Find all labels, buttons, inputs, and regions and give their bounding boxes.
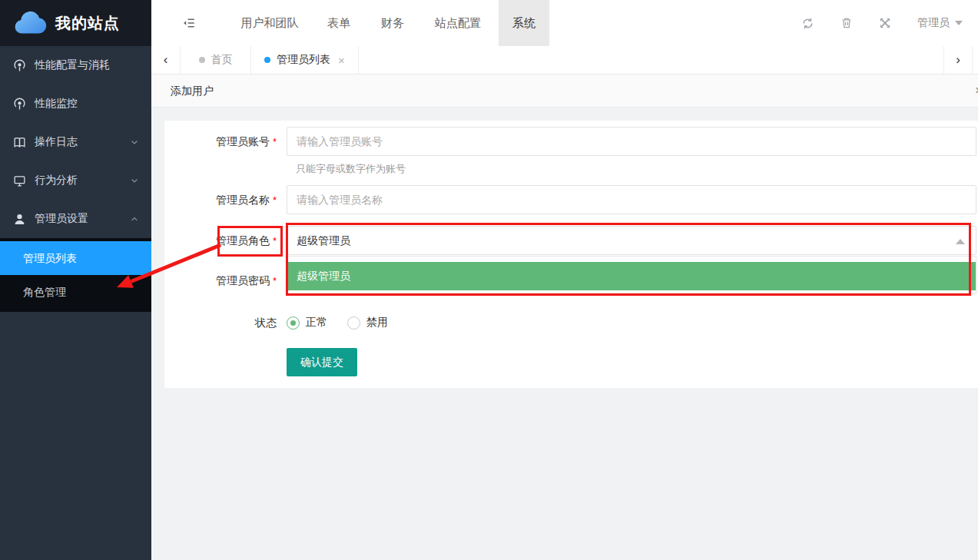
required-mark: * — [273, 136, 277, 147]
account-helper-text: 只能字母或数字作为账号 — [296, 162, 406, 176]
cloud-logo-icon — [11, 10, 48, 36]
topnav-system[interactable]: 系统 — [499, 0, 549, 46]
book-icon — [13, 136, 26, 149]
tab-home[interactable]: 首页 — [181, 46, 251, 74]
chevron-down-icon — [130, 138, 139, 147]
sidebar-subitem-role-management[interactable]: 角色管理 — [0, 275, 151, 309]
sidebar-item-admin-settings[interactable]: 管理员设置 — [0, 200, 151, 238]
panel-header: 添加用户 × — [151, 75, 978, 108]
account-label: 管理员账号* — [164, 127, 277, 156]
user-menu[interactable]: 管理员 — [917, 16, 963, 30]
role-select-value: 超级管理员 — [297, 234, 350, 247]
radio-disabled-label: 禁用 — [366, 316, 388, 330]
topnav-finance[interactable]: 财务 — [368, 0, 417, 46]
sidebar-collapse-icon[interactable] — [182, 16, 196, 30]
account-input[interactable] — [287, 127, 976, 156]
submit-button[interactable]: 确认提交 — [287, 348, 357, 376]
add-user-form-card: 管理员账号* 只能字母或数字作为账号 管理员名称* 管理员角色* 超级管理员 超… — [164, 121, 978, 388]
sidebar-item-label: 行为分析 — [35, 174, 78, 187]
sidebar: 我的站点 性能配置与消耗 性能监控 — [0, 0, 151, 560]
panel-title: 添加用户 — [171, 84, 214, 97]
topbar-actions: 管理员 — [801, 0, 963, 46]
topbar: 用户和团队 表单 财务 站点配置 系统 — [151, 0, 978, 46]
role-select[interactable]: 超级管理员 — [287, 226, 976, 255]
radio-normal-label: 正常 — [306, 316, 327, 330]
tab-admin-list[interactable]: 管理员列表 × — [251, 46, 359, 74]
sidebar-item-performance-config[interactable]: 性能配置与消耗 — [0, 46, 151, 84]
name-input[interactable] — [287, 185, 976, 214]
brand-title: 我的站点 — [55, 13, 120, 34]
monitor-icon — [13, 174, 26, 187]
sidebar-item-performance-monitor[interactable]: 性能监控 — [0, 84, 151, 123]
chevron-up-icon — [956, 239, 965, 244]
chevron-down-icon — [130, 176, 139, 185]
panel-close-icon[interactable]: × — [975, 75, 978, 107]
sidebar-subitem-admin-list[interactable]: 管理员列表 — [0, 241, 151, 275]
chevron-up-icon — [130, 214, 139, 224]
topnav-forms[interactable]: 表单 — [314, 0, 363, 46]
required-mark: * — [273, 275, 277, 287]
radio-disabled[interactable] — [347, 316, 360, 330]
signal-icon — [13, 59, 26, 72]
role-option-super-admin[interactable]: 超级管理员 — [287, 262, 976, 290]
tab-label: 管理员列表 — [277, 53, 330, 67]
brand-logo: 我的站点 — [0, 0, 151, 46]
name-label: 管理员名称* — [164, 185, 277, 214]
tab-close-icon[interactable]: × — [338, 54, 345, 67]
sidebar-item-behavior-analysis[interactable]: 行为分析 — [0, 161, 151, 200]
tabs-scroll-left-icon[interactable]: ‹ — [151, 46, 181, 74]
status-radio-group: 正常 禁用 — [287, 310, 388, 336]
sidebar-item-label: 管理员设置 — [35, 212, 88, 226]
topnav-users-teams[interactable]: 用户和团队 — [236, 0, 303, 46]
tab-dot-icon — [264, 57, 270, 63]
required-mark: * — [273, 194, 277, 206]
signal-icon — [13, 98, 26, 111]
sidebar-item-label: 性能监控 — [35, 97, 78, 111]
user-icon — [13, 213, 26, 226]
user-name: 管理员 — [917, 16, 950, 30]
admin-settings-submenu: 管理员列表 角色管理 — [0, 238, 151, 312]
tabbar: ‹ 首页 管理员列表 × › — [151, 46, 978, 75]
status-label: 状态 — [164, 310, 277, 336]
tab-label: 首页 — [211, 53, 233, 67]
main-area: 用户和团队 表单 财务 站点配置 系统 — [151, 0, 978, 560]
fullscreen-icon[interactable] — [879, 17, 891, 29]
radio-normal[interactable] — [287, 316, 300, 330]
role-label: 管理员角色* — [164, 226, 277, 255]
sidebar-item-label: 操作日志 — [35, 135, 78, 149]
tabs-scroll-right-icon[interactable]: › — [943, 46, 973, 74]
sidebar-item-operation-log[interactable]: 操作日志 — [0, 123, 151, 161]
sidebar-item-label: 性能配置与消耗 — [35, 58, 110, 72]
password-label: 管理员密码* — [164, 266, 277, 295]
trash-icon[interactable] — [840, 17, 853, 29]
chevron-down-icon — [955, 21, 963, 25]
tab-dot-icon — [199, 57, 205, 63]
required-mark: * — [273, 235, 277, 247]
role-dropdown: 超级管理员 — [287, 256, 976, 293]
topnav-site-config[interactable]: 站点配置 — [428, 0, 488, 46]
app-window: 我的站点 性能配置与消耗 性能监控 — [0, 0, 978, 560]
refresh-icon[interactable] — [801, 17, 814, 30]
